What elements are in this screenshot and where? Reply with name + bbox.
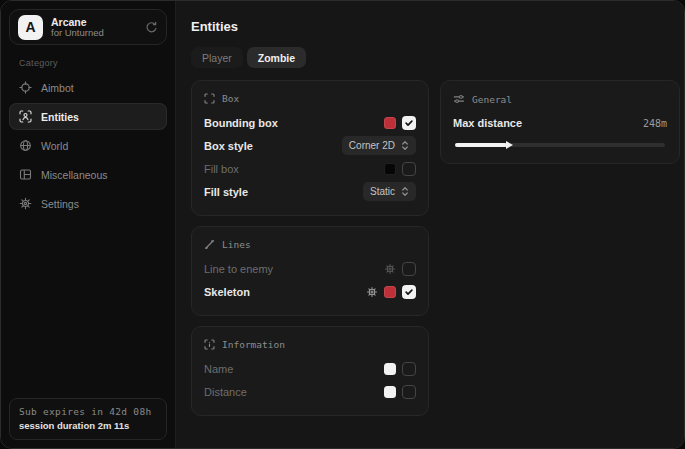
settings-columns: Box Bounding box Box style: [191, 80, 680, 416]
setting-label: Bounding box: [204, 117, 278, 129]
page-title: Entities: [191, 19, 680, 34]
color-swatch[interactable]: [384, 363, 396, 375]
sidebar-item-label: World: [41, 140, 68, 152]
fill-style-dropdown[interactable]: Static: [363, 182, 416, 201]
category-label: Category: [19, 58, 175, 68]
setting-label: Name: [204, 363, 233, 375]
card-title: Lines: [222, 239, 251, 250]
general-card-header: General: [453, 93, 667, 105]
main-panel: Entities Player Zombie Box: [176, 1, 685, 448]
chevron-up-down-icon: [401, 186, 409, 197]
checkbox[interactable]: [402, 285, 416, 299]
diagonal-line-icon: [204, 239, 215, 250]
setting-row-bounding-box: Bounding box: [204, 111, 416, 134]
globe-icon: [19, 139, 32, 152]
information-card-header: Information: [204, 339, 416, 350]
sidebar-item-label: Settings: [41, 198, 79, 210]
sub-settings-gear-icon[interactable]: [384, 263, 396, 275]
app-window: A Arcane for Unturned Category Aimbot: [0, 0, 685, 449]
sidebar-item-aimbot[interactable]: Aimbot: [9, 74, 167, 101]
box-style-dropdown[interactable]: Corner 2D: [342, 136, 416, 155]
sidebar-item-label: Entities: [41, 111, 79, 123]
sidebar-nav: Aimbot Entities World: [1, 73, 175, 218]
setting-label: Fill style: [204, 186, 248, 198]
app-header-card: A Arcane for Unturned: [9, 9, 167, 45]
corner-brackets-icon: [204, 93, 215, 104]
entity-scan-icon: [19, 110, 32, 123]
box-card: Box Bounding box Box style: [191, 80, 429, 216]
checkbox[interactable]: [402, 116, 416, 130]
sliders-icon: [453, 93, 465, 105]
dropdown-value: Static: [370, 186, 395, 197]
information-card: Information Name Distance: [191, 326, 429, 416]
setting-row-distance: Distance: [204, 380, 416, 403]
card-title: Information: [222, 339, 285, 350]
app-meta: Arcane for Unturned: [51, 16, 104, 39]
sidebar-item-world[interactable]: World: [9, 132, 167, 159]
tab-player[interactable]: Player: [191, 47, 243, 68]
tab-bar: Player Zombie: [191, 47, 680, 68]
setting-row-fill-box: Fill box: [204, 157, 416, 180]
setting-row-fill-style: Fill style Static: [204, 180, 416, 203]
setting-label: Fill box: [204, 163, 239, 175]
app-name: Arcane: [51, 16, 104, 28]
right-column: General Max distance 248m: [440, 80, 680, 164]
setting-row-box-style: Box style Corner 2D: [204, 134, 416, 157]
setting-row-max-distance: Max distance 248m: [453, 112, 667, 134]
reload-icon[interactable]: [145, 21, 158, 34]
checkbox[interactable]: [402, 262, 416, 276]
sidebar-item-label: Aimbot: [41, 82, 74, 94]
slider-thumb[interactable]: [506, 141, 513, 149]
color-swatch[interactable]: [384, 163, 396, 175]
max-distance-slider[interactable]: [455, 143, 665, 147]
setting-label: Skeleton: [204, 286, 250, 298]
info-scan-icon: [204, 339, 215, 350]
sidebar: A Arcane for Unturned Category Aimbot: [1, 1, 176, 448]
color-swatch[interactable]: [384, 386, 396, 398]
sub-expires-text: Sub expires in 42d 08h: [19, 406, 157, 417]
chevron-up-down-icon: [401, 140, 409, 151]
card-title: General: [472, 94, 512, 105]
setting-label: Distance: [204, 386, 247, 398]
setting-label: Line to enemy: [204, 263, 273, 275]
setting-row-skeleton: Skeleton: [204, 280, 416, 303]
sidebar-item-entities[interactable]: Entities: [9, 103, 167, 130]
box-card-header: Box: [204, 93, 416, 104]
sub-settings-gear-icon[interactable]: [366, 286, 378, 298]
lines-card-header: Lines: [204, 239, 416, 250]
sidebar-item-settings[interactable]: Settings: [9, 190, 167, 217]
setting-row-line-to-enemy: Line to enemy: [204, 257, 416, 280]
subscription-card: Sub expires in 42d 08h session duration …: [9, 398, 167, 440]
slider-value: 248m: [643, 118, 667, 129]
layout-grid-icon: [19, 168, 32, 181]
color-swatch[interactable]: [384, 117, 396, 129]
sidebar-item-label: Miscellaneous: [41, 169, 108, 181]
setting-label: Box style: [204, 140, 253, 152]
setting-row-name: Name: [204, 357, 416, 380]
tab-zombie[interactable]: Zombie: [247, 47, 306, 68]
app-subtitle: for Unturned: [51, 28, 104, 39]
left-column: Box Bounding box Box style: [191, 80, 429, 416]
session-duration-text: session duration 2m 11s: [19, 420, 157, 431]
gear-icon: [19, 197, 32, 210]
general-card: General Max distance 248m: [440, 80, 680, 164]
checkbox[interactable]: [402, 362, 416, 376]
card-title: Box: [222, 93, 239, 104]
app-logo: A: [18, 15, 43, 40]
checkbox[interactable]: [402, 385, 416, 399]
slider-fill: [455, 143, 507, 147]
dropdown-value: Corner 2D: [349, 140, 395, 151]
sidebar-item-miscellaneous[interactable]: Miscellaneous: [9, 161, 167, 188]
crosshair-icon: [19, 81, 32, 94]
color-swatch[interactable]: [384, 286, 396, 298]
lines-card: Lines Line to enemy: [191, 226, 429, 316]
setting-label: Max distance: [453, 117, 522, 129]
checkbox[interactable]: [402, 162, 416, 176]
